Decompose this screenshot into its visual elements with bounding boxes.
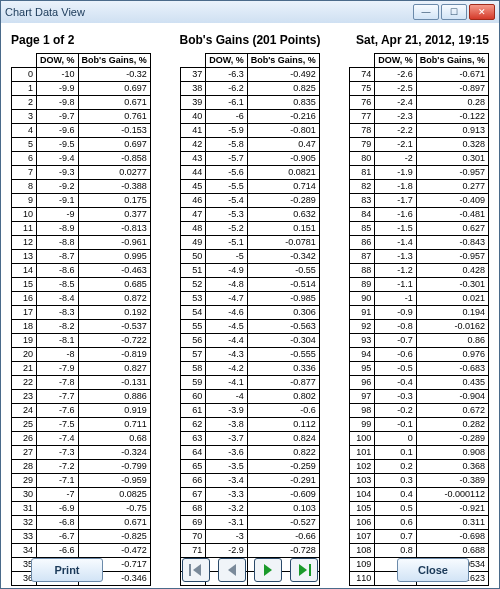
cell-gain: 0.0277 <box>78 166 150 180</box>
cell-dow: -8.7 <box>37 250 79 264</box>
data-table-0: DOW, %Bob's Gains, %0-10-0.321-9.90.6972… <box>11 53 151 586</box>
cell-index: 50 <box>181 250 206 264</box>
window-close-button[interactable]: ✕ <box>469 4 495 20</box>
cell-gain: -0.289 <box>416 432 488 446</box>
cell-dow: -8.6 <box>37 264 79 278</box>
cell-index: 46 <box>181 194 206 208</box>
cell-gain: -0.728 <box>247 544 319 558</box>
table-row: 74-2.6-0.671 <box>350 68 489 82</box>
cell-gain: 0.86 <box>416 334 488 348</box>
close-button[interactable]: Close <box>397 558 469 582</box>
table-row: 34-6.6-0.472 <box>12 544 151 558</box>
cell-dow: -2.9 <box>206 544 248 558</box>
next-page-button[interactable] <box>254 558 282 582</box>
cell-dow: -6.1 <box>206 96 248 110</box>
cell-dow: -8.2 <box>37 320 79 334</box>
print-button[interactable]: Print <box>31 558 103 582</box>
cell-gain: 0.175 <box>78 194 150 208</box>
table-row: 60-40.802 <box>181 390 320 404</box>
cell-gain: -0.75 <box>78 502 150 516</box>
table-row: 49-5.1-0.0781 <box>181 236 320 250</box>
table-row: 1-9.90.697 <box>12 82 151 96</box>
cell-index: 33 <box>12 530 37 544</box>
cell-index: 49 <box>181 236 206 250</box>
cell-gain: -0.342 <box>247 250 319 264</box>
cell-index: 44 <box>181 166 206 180</box>
cell-dow: -7 <box>37 488 79 502</box>
cell-dow: -4.1 <box>206 376 248 390</box>
first-page-button[interactable] <box>182 558 210 582</box>
cell-dow: -5.7 <box>206 152 248 166</box>
cell-dow: -8.5 <box>37 278 79 292</box>
cell-dow: -6.6 <box>37 544 79 558</box>
cell-index: 107 <box>350 530 375 544</box>
page-indicator: Page 1 of 2 <box>11 33 169 47</box>
cell-gain: -0.492 <box>247 68 319 82</box>
cell-index: 19 <box>12 334 37 348</box>
cell-gain: 0.328 <box>416 138 488 152</box>
cell-dow: 0.2 <box>375 460 417 474</box>
cell-index: 76 <box>350 96 375 110</box>
table-row: 38-6.20.825 <box>181 82 320 96</box>
cell-dow: -5.9 <box>206 124 248 138</box>
cell-gain: 0.711 <box>78 418 150 432</box>
cell-gain: 0.021 <box>416 292 488 306</box>
cell-dow: -1.9 <box>375 166 417 180</box>
cell-dow: -1.1 <box>375 278 417 292</box>
cell-index: 11 <box>12 222 37 236</box>
cell-gain: 0.995 <box>78 250 150 264</box>
cell-dow: -7.3 <box>37 446 79 460</box>
cell-index: 61 <box>181 404 206 418</box>
cell-index: 23 <box>12 390 37 404</box>
cell-index: 78 <box>350 124 375 138</box>
table-row: 14-8.6-0.463 <box>12 264 151 278</box>
cell-dow: -0.2 <box>375 404 417 418</box>
data-tables: DOW, %Bob's Gains, %0-10-0.321-9.90.6972… <box>11 53 489 586</box>
cell-index: 39 <box>181 96 206 110</box>
cell-gain: -0.6 <box>247 404 319 418</box>
cell-dow: -4.2 <box>206 362 248 376</box>
cell-gain: 0.28 <box>416 96 488 110</box>
cell-index: 69 <box>181 516 206 530</box>
cell-index: 2 <box>12 96 37 110</box>
cell-gain: -0.799 <box>78 460 150 474</box>
cell-gain: 0.336 <box>247 362 319 376</box>
content-area: Page 1 of 2 Bob's Gains (201 Points) Sat… <box>1 23 499 588</box>
cell-dow: -6.3 <box>206 68 248 82</box>
cell-gain: 0.824 <box>247 432 319 446</box>
table-row: 95-0.5-0.683 <box>350 362 489 376</box>
cell-gain: -0.472 <box>78 544 150 558</box>
cell-dow: -9.3 <box>37 166 79 180</box>
cell-dow: -3.7 <box>206 432 248 446</box>
cell-dow: -7.7 <box>37 390 79 404</box>
table-row: 37-6.3-0.492 <box>181 68 320 82</box>
cell-index: 63 <box>181 432 206 446</box>
cell-dow: -2.5 <box>375 82 417 96</box>
cell-gain: -0.514 <box>247 278 319 292</box>
table-row: 55-4.5-0.563 <box>181 320 320 334</box>
cell-gain: 0.825 <box>247 82 319 96</box>
cell-gain: -0.858 <box>78 152 150 166</box>
minimize-button[interactable]: — <box>413 4 439 20</box>
cell-index: 95 <box>350 362 375 376</box>
cell-dow: -0.9 <box>375 306 417 320</box>
cell-gain: -0.801 <box>247 124 319 138</box>
table-row: 67-3.3-0.609 <box>181 488 320 502</box>
maximize-button[interactable]: ☐ <box>441 4 467 20</box>
cell-dow: -8.1 <box>37 334 79 348</box>
cell-index: 66 <box>181 474 206 488</box>
cell-gain: -0.0162 <box>416 320 488 334</box>
cell-dow: -7.1 <box>37 474 79 488</box>
cell-dow: -5.2 <box>206 222 248 236</box>
table-row: 47-5.30.632 <box>181 208 320 222</box>
table-row: 16-8.40.872 <box>12 292 151 306</box>
cell-dow: -1.6 <box>375 208 417 222</box>
cell-dow: -9.9 <box>37 82 79 96</box>
prev-page-button[interactable] <box>218 558 246 582</box>
col-dow: DOW, % <box>206 54 248 68</box>
last-page-button[interactable] <box>290 558 318 582</box>
cell-dow: -1.4 <box>375 236 417 250</box>
cell-dow: -8.8 <box>37 236 79 250</box>
cell-dow: -2.1 <box>375 138 417 152</box>
cell-index: 96 <box>350 376 375 390</box>
